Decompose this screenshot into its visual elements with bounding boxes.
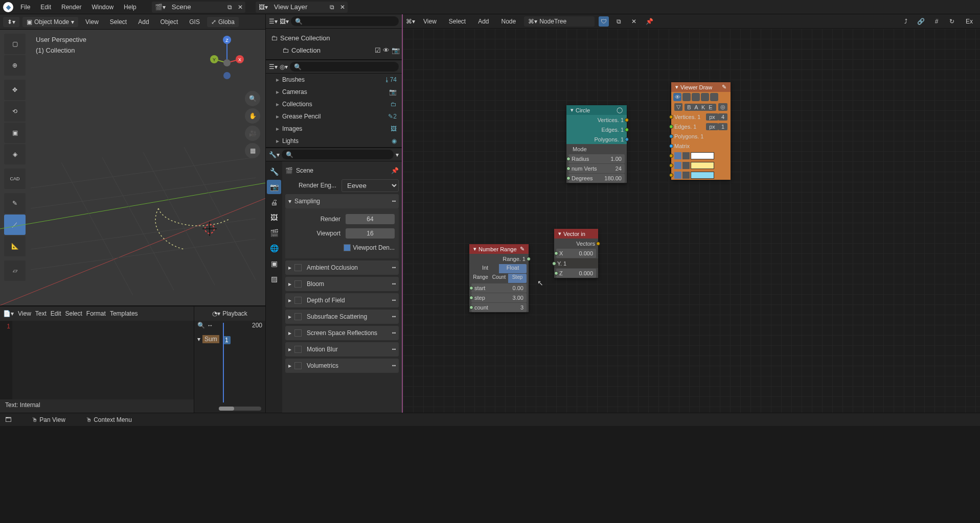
panel-depth-of-field[interactable]: ▸Depth of Field┅ xyxy=(285,293,399,307)
node-viewer-draw[interactable]: ▾Viewer Draw✎ 👁 ▽ B A K E ◎ Vertices xyxy=(671,82,731,180)
props-type-dropdown[interactable]: 🔧▾ xyxy=(269,151,280,158)
viewer-col3b-btn[interactable] xyxy=(682,172,690,179)
node-menu-ex[interactable]: Ex xyxy=(962,16,977,27)
viewer-col3-btn[interactable] xyxy=(674,172,681,179)
select-box-tool[interactable]: ▢ xyxy=(4,34,26,54)
viewer-col1-btn[interactable] xyxy=(674,152,681,159)
summary-label[interactable]: Sum xyxy=(202,335,219,343)
bake-dropdown[interactable]: ▽ xyxy=(674,103,682,111)
datarow-lights[interactable]: ▸Lights◉ xyxy=(266,135,402,147)
menu-file[interactable]: File xyxy=(15,2,35,13)
circle-out-edges[interactable]: Edges. 1 xyxy=(566,125,627,134)
viewport-menu-add[interactable]: Add xyxy=(134,17,153,27)
range-type-int[interactable]: Int xyxy=(471,264,499,273)
node-circle[interactable]: ▾Circle◯ Vertices. 1 Edges. 1 Polygons. … xyxy=(566,105,627,183)
datarow-cameras[interactable]: ▸Cameras📷 xyxy=(266,86,402,98)
ortho-toggle-button[interactable]: ▦ xyxy=(245,143,260,158)
circle-radius[interactable]: Radius1.00 xyxy=(568,154,625,163)
range-mode-step[interactable]: Step xyxy=(508,274,527,283)
text-menu-select[interactable]: Select xyxy=(65,310,82,317)
node-menu-node[interactable]: Node xyxy=(497,16,520,27)
viewlayer-copy-button[interactable]: ⧉ xyxy=(327,4,337,11)
node-editor-type-dropdown[interactable]: ⌘▾ xyxy=(406,18,415,25)
text-editor-body[interactable]: 1 xyxy=(0,321,194,399)
viewlayer-name-input[interactable] xyxy=(271,2,327,12)
text-menu-text[interactable]: Text xyxy=(35,310,47,317)
panel-sampling[interactable]: ▾ Sampling ┅ xyxy=(285,194,399,208)
text-content[interactable] xyxy=(12,321,194,399)
refresh-icon[interactable]: ↻ xyxy=(946,16,958,27)
vector-y[interactable]: Y. 1 xyxy=(554,258,598,268)
tab-object[interactable]: ▣ xyxy=(267,256,281,271)
viewer-in-vertices[interactable]: Vertices. 1px4 xyxy=(671,112,731,122)
options-icon[interactable]: ┅ xyxy=(392,346,396,353)
range-mode-range[interactable]: Range xyxy=(471,274,490,283)
databrowser-search-input[interactable] xyxy=(304,63,345,70)
shield-icon[interactable]: 🛡 xyxy=(599,16,609,27)
node-canvas[interactable]: ▾Circle◯ Vertices. 1 Edges. 1 Polygons. … xyxy=(403,29,980,413)
viewer-btn3[interactable] xyxy=(692,93,700,101)
props-crumb-scene[interactable]: Scene xyxy=(296,167,313,174)
node-menu-add[interactable]: Add xyxy=(474,16,493,27)
text-menu-format[interactable]: Format xyxy=(86,310,106,317)
panel-ambient-occlusion[interactable]: ▸Ambient Occlusion┅ xyxy=(285,260,399,275)
transform-tool[interactable]: ◈ xyxy=(4,144,26,164)
viewer-btn2[interactable] xyxy=(682,93,691,101)
render-engine-select[interactable]: Eevee xyxy=(341,179,399,192)
bake-button[interactable]: B A K E xyxy=(685,104,716,111)
tab-world[interactable]: 🌐 xyxy=(267,241,281,255)
cad-tool[interactable]: CAD xyxy=(4,169,26,189)
dopesheet-type-dropdown[interactable]: ◔▾ xyxy=(212,310,220,317)
cursor-tool[interactable]: ⊕ xyxy=(4,55,26,76)
pin-icon[interactable]: 📌 xyxy=(644,16,655,27)
viewlayer-selector[interactable]: 🖼▾ ⧉ ✕ xyxy=(256,2,348,13)
viewer-col1b-btn[interactable] xyxy=(682,152,690,159)
viewport-menu-object[interactable]: Object xyxy=(156,17,183,27)
circle-out-vertices[interactable]: Vertices. 1 xyxy=(566,115,627,125)
range-out[interactable]: Range. 1 xyxy=(469,254,529,264)
databrowser-display-dropdown[interactable]: ◎▾ xyxy=(280,63,288,70)
playhead[interactable] xyxy=(223,323,224,402)
menu-edit[interactable]: Edit xyxy=(35,2,56,13)
datarow-brushes[interactable]: ▸Brushes⭳74 xyxy=(266,74,402,86)
chevron-down-icon[interactable]: ▾ xyxy=(197,336,200,343)
viewer-vert-color[interactable] xyxy=(691,152,714,159)
add-primitive-tool[interactable]: ▱ xyxy=(4,260,26,281)
viewport-menu-gis[interactable]: GIS xyxy=(185,17,204,27)
props-search-input[interactable] xyxy=(295,151,336,158)
datarow-grease-pencil[interactable]: ▸Grease Pencil✎2 xyxy=(266,110,402,123)
viewer-col2b-btn[interactable] xyxy=(682,162,690,169)
outliner-search[interactable]: 🔍 xyxy=(291,16,399,26)
scene-selector[interactable]: 🎬▾ ⧉ ✕ xyxy=(152,2,245,13)
camera-icon[interactable]: 📷 xyxy=(392,46,400,54)
circle-mode-checkbox[interactable]: Mode xyxy=(566,144,627,154)
options-icon[interactable]: ┅ xyxy=(392,362,396,369)
text-editor-type-dropdown[interactable]: 📄▾ xyxy=(3,310,14,317)
pencil-icon[interactable]: ✎ xyxy=(520,246,525,252)
vector-x[interactable]: X0.000 xyxy=(556,249,596,258)
viewport-samples-value[interactable]: 16 xyxy=(346,228,395,239)
text-menu-templates[interactable]: Templates xyxy=(110,310,138,317)
tab-texture[interactable]: ▨ xyxy=(267,272,281,286)
scale-tool[interactable]: ▣ xyxy=(4,123,26,143)
orientation-dropdown[interactable]: ⤢ Globa xyxy=(207,17,239,27)
circle-out-polygons[interactable]: Polygons. 1 xyxy=(566,134,627,144)
tab-render[interactable]: 📷 xyxy=(267,180,281,194)
upload-icon[interactable]: ⤴ xyxy=(900,16,911,27)
range-type-float[interactable]: Float xyxy=(499,264,527,273)
tab-tool[interactable]: 🔧 xyxy=(267,164,281,179)
editor-type-dropdown[interactable]: ⬍▾ xyxy=(3,17,19,27)
circle-numverts[interactable]: num Verts24 xyxy=(568,164,625,173)
pan-button[interactable]: ✋ xyxy=(245,108,260,124)
options-icon[interactable]: ┅ xyxy=(392,329,396,337)
options-icon[interactable]: ┅ xyxy=(392,198,396,205)
eye-icon[interactable]: 👁 xyxy=(383,46,390,54)
nodetree-close-button[interactable]: ✕ xyxy=(628,16,640,27)
outliner-type-dropdown[interactable]: ☰▾ xyxy=(269,18,278,25)
viewer-in-polygons[interactable]: Polygons. 1 xyxy=(671,131,731,141)
viewlayer-close-button[interactable]: ✕ xyxy=(337,4,348,11)
timeline-scrollbar[interactable] xyxy=(219,407,261,411)
options-icon[interactable]: ┅ xyxy=(392,280,396,288)
viewer-btn5[interactable] xyxy=(710,93,718,101)
node-menu-select[interactable]: Select xyxy=(445,16,470,27)
